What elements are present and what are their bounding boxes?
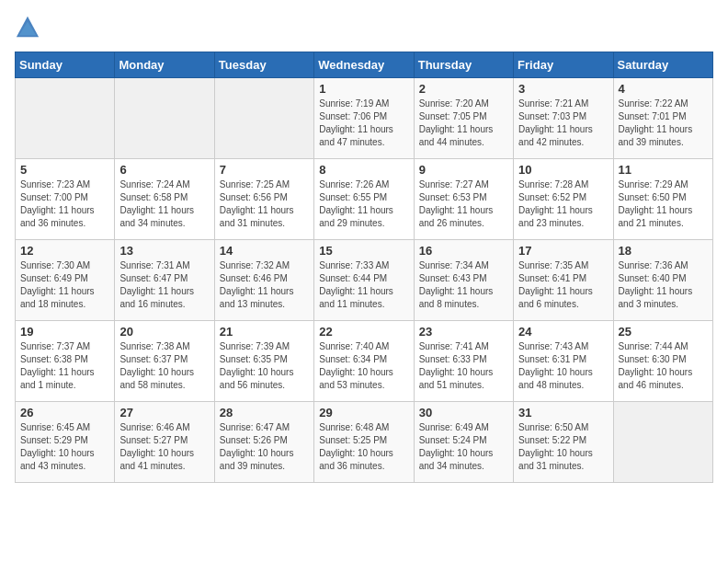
weekday-header: Monday (115, 52, 214, 78)
calendar-cell: 21Sunrise: 7:39 AM Sunset: 6:35 PM Dayli… (214, 321, 313, 402)
calendar-cell: 10Sunrise: 7:28 AM Sunset: 6:52 PM Dayli… (514, 159, 613, 240)
day-number: 5 (20, 163, 109, 177)
calendar-week-row: 1Sunrise: 7:19 AM Sunset: 7:06 PM Daylig… (16, 78, 713, 159)
day-number: 4 (619, 82, 708, 96)
day-number: 13 (119, 244, 209, 258)
day-info: Sunrise: 7:35 AM Sunset: 6:41 PM Dayligh… (518, 259, 608, 311)
calendar-cell: 16Sunrise: 7:34 AM Sunset: 6:43 PM Dayli… (414, 240, 513, 321)
day-info: Sunrise: 7:36 AM Sunset: 6:40 PM Dayligh… (619, 259, 708, 311)
day-info: Sunrise: 7:38 AM Sunset: 6:37 PM Dayligh… (119, 340, 209, 392)
day-number: 6 (119, 163, 209, 177)
calendar-cell: 17Sunrise: 7:35 AM Sunset: 6:41 PM Dayli… (514, 240, 613, 321)
calendar-cell: 11Sunrise: 7:29 AM Sunset: 6:50 PM Dayli… (613, 159, 712, 240)
day-number: 21 (220, 325, 309, 339)
calendar-header: SundayMondayTuesdayWednesdayThursdayFrid… (16, 52, 713, 78)
logo-icon (15, 15, 40, 40)
calendar-cell: 7Sunrise: 7:25 AM Sunset: 6:56 PM Daylig… (214, 159, 313, 240)
calendar-cell (613, 402, 712, 483)
day-number: 30 (419, 406, 508, 419)
day-number: 12 (20, 244, 109, 258)
day-info: Sunrise: 7:24 AM Sunset: 6:58 PM Dayligh… (119, 178, 209, 230)
logo (15, 15, 44, 40)
calendar-cell: 24Sunrise: 7:43 AM Sunset: 6:31 PM Dayli… (514, 321, 613, 402)
calendar-week-row: 5Sunrise: 7:23 AM Sunset: 7:00 PM Daylig… (16, 159, 713, 240)
calendar-cell: 9Sunrise: 7:27 AM Sunset: 6:53 PM Daylig… (414, 159, 513, 240)
calendar-week-row: 19Sunrise: 7:37 AM Sunset: 6:38 PM Dayli… (16, 321, 713, 402)
calendar-cell (115, 78, 214, 159)
day-number: 22 (319, 325, 408, 339)
day-info: Sunrise: 7:20 AM Sunset: 7:05 PM Dayligh… (419, 98, 508, 149)
calendar-cell: 15Sunrise: 7:33 AM Sunset: 6:44 PM Dayli… (314, 240, 414, 321)
header-row: SundayMondayTuesdayWednesdayThursdayFrid… (16, 52, 713, 78)
day-number: 16 (419, 244, 508, 258)
day-info: Sunrise: 7:41 AM Sunset: 6:33 PM Dayligh… (419, 340, 508, 392)
day-info: Sunrise: 6:50 AM Sunset: 5:22 PM Dayligh… (518, 421, 608, 473)
day-info: Sunrise: 7:22 AM Sunset: 7:01 PM Dayligh… (619, 98, 708, 149)
calendar-week-row: 12Sunrise: 7:30 AM Sunset: 6:49 PM Dayli… (16, 240, 713, 321)
day-info: Sunrise: 7:39 AM Sunset: 6:35 PM Dayligh… (220, 340, 309, 392)
weekday-header: Saturday (613, 52, 712, 78)
day-number: 10 (518, 163, 608, 177)
calendar-cell: 14Sunrise: 7:32 AM Sunset: 6:46 PM Dayli… (214, 240, 313, 321)
day-number: 17 (518, 244, 608, 258)
calendar-cell: 25Sunrise: 7:44 AM Sunset: 6:30 PM Dayli… (613, 321, 712, 402)
day-info: Sunrise: 7:32 AM Sunset: 6:46 PM Dayligh… (220, 259, 309, 311)
day-info: Sunrise: 7:30 AM Sunset: 6:49 PM Dayligh… (20, 259, 109, 311)
calendar-cell: 6Sunrise: 7:24 AM Sunset: 6:58 PM Daylig… (115, 159, 214, 240)
weekday-header: Tuesday (214, 52, 313, 78)
day-info: Sunrise: 7:26 AM Sunset: 6:55 PM Dayligh… (319, 178, 408, 230)
calendar-cell: 28Sunrise: 6:47 AM Sunset: 5:26 PM Dayli… (214, 402, 313, 483)
day-info: Sunrise: 7:29 AM Sunset: 6:50 PM Dayligh… (619, 178, 708, 230)
day-info: Sunrise: 7:31 AM Sunset: 6:47 PM Dayligh… (119, 259, 209, 311)
calendar-week-row: 26Sunrise: 6:45 AM Sunset: 5:29 PM Dayli… (16, 402, 713, 483)
calendar-cell: 4Sunrise: 7:22 AM Sunset: 7:01 PM Daylig… (613, 78, 712, 159)
day-info: Sunrise: 6:48 AM Sunset: 5:25 PM Dayligh… (319, 421, 408, 473)
day-number: 31 (518, 406, 608, 419)
day-number: 27 (119, 406, 209, 419)
calendar-cell: 27Sunrise: 6:46 AM Sunset: 5:27 PM Dayli… (115, 402, 214, 483)
calendar-cell: 30Sunrise: 6:49 AM Sunset: 5:24 PM Dayli… (414, 402, 513, 483)
calendar-cell: 18Sunrise: 7:36 AM Sunset: 6:40 PM Dayli… (613, 240, 712, 321)
day-info: Sunrise: 7:40 AM Sunset: 6:34 PM Dayligh… (319, 340, 408, 392)
day-info: Sunrise: 7:43 AM Sunset: 6:31 PM Dayligh… (518, 340, 608, 392)
day-info: Sunrise: 7:19 AM Sunset: 7:06 PM Dayligh… (319, 98, 408, 149)
day-number: 9 (419, 163, 508, 177)
day-number: 2 (419, 82, 508, 96)
day-info: Sunrise: 7:23 AM Sunset: 7:00 PM Dayligh… (20, 178, 109, 230)
day-number: 14 (220, 244, 309, 258)
day-info: Sunrise: 7:33 AM Sunset: 6:44 PM Dayligh… (319, 259, 408, 311)
weekday-header: Thursday (414, 52, 513, 78)
day-info: Sunrise: 7:27 AM Sunset: 6:53 PM Dayligh… (419, 178, 508, 230)
calendar-cell: 2Sunrise: 7:20 AM Sunset: 7:05 PM Daylig… (414, 78, 513, 159)
weekday-header: Sunday (16, 52, 115, 78)
calendar-cell (16, 78, 115, 159)
calendar-table: SundayMondayTuesdayWednesdayThursdayFrid… (15, 52, 713, 483)
day-number: 23 (419, 325, 508, 339)
day-info: Sunrise: 7:21 AM Sunset: 7:03 PM Dayligh… (518, 98, 608, 149)
day-info: Sunrise: 7:37 AM Sunset: 6:38 PM Dayligh… (20, 340, 109, 392)
calendar-cell: 20Sunrise: 7:38 AM Sunset: 6:37 PM Dayli… (115, 321, 214, 402)
day-number: 1 (319, 82, 408, 96)
day-info: Sunrise: 7:44 AM Sunset: 6:30 PM Dayligh… (619, 340, 708, 392)
day-info: Sunrise: 6:47 AM Sunset: 5:26 PM Dayligh… (220, 421, 309, 473)
weekday-header: Friday (514, 52, 613, 78)
calendar-cell: 26Sunrise: 6:45 AM Sunset: 5:29 PM Dayli… (16, 402, 115, 483)
day-info: Sunrise: 7:28 AM Sunset: 6:52 PM Dayligh… (518, 178, 608, 230)
calendar-cell: 13Sunrise: 7:31 AM Sunset: 6:47 PM Dayli… (115, 240, 214, 321)
day-number: 28 (220, 406, 309, 419)
calendar-cell: 8Sunrise: 7:26 AM Sunset: 6:55 PM Daylig… (314, 159, 414, 240)
calendar-cell: 19Sunrise: 7:37 AM Sunset: 6:38 PM Dayli… (16, 321, 115, 402)
calendar-cell: 29Sunrise: 6:48 AM Sunset: 5:25 PM Dayli… (314, 402, 414, 483)
day-number: 24 (518, 325, 608, 339)
calendar-cell (214, 78, 313, 159)
day-info: Sunrise: 6:46 AM Sunset: 5:27 PM Dayligh… (119, 421, 209, 473)
calendar-cell: 1Sunrise: 7:19 AM Sunset: 7:06 PM Daylig… (314, 78, 414, 159)
day-number: 19 (20, 325, 109, 339)
day-number: 3 (518, 82, 608, 96)
day-number: 8 (319, 163, 408, 177)
day-info: Sunrise: 6:45 AM Sunset: 5:29 PM Dayligh… (20, 421, 109, 473)
day-info: Sunrise: 7:34 AM Sunset: 6:43 PM Dayligh… (419, 259, 508, 311)
calendar-cell: 31Sunrise: 6:50 AM Sunset: 5:22 PM Dayli… (514, 402, 613, 483)
day-number: 26 (20, 406, 109, 419)
day-number: 20 (119, 325, 209, 339)
